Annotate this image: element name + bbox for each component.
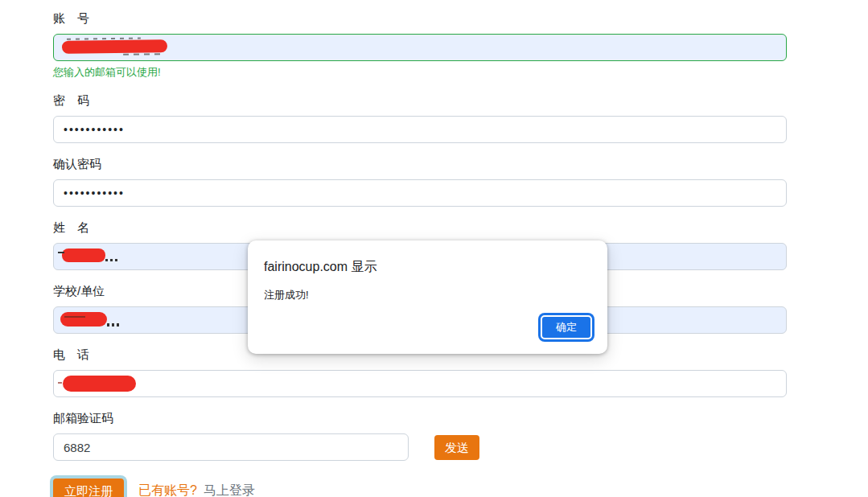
alert-dialog-title: fairinocup.com 显示 [264, 259, 591, 276]
login-link[interactable]: 马上登录 [204, 483, 255, 497]
register-button[interactable]: 立即注册 [53, 479, 124, 497]
alert-ok-button[interactable]: 确定 [541, 315, 592, 339]
password-field-group: 密 码 [53, 93, 787, 143]
account-field-group: 账 号 您输入的邮箱可以使用! [53, 11, 787, 80]
account-helper-text: 您输入的邮箱可以使用! [53, 65, 787, 80]
phone-field-group: 电 话 [53, 347, 787, 397]
redaction-mark [62, 249, 105, 262]
confirm-password-input[interactable] [53, 179, 787, 207]
account-label: 账 号 [53, 11, 787, 27]
confirm-password-input-wrap [53, 179, 787, 207]
phone-input-wrap [53, 370, 787, 397]
confirm-password-label: 确认密码 [53, 157, 787, 172]
confirm-password-field-group: 确认密码 [53, 157, 787, 207]
account-input-wrap [53, 34, 787, 61]
send-code-button[interactable]: 发送 [434, 435, 479, 460]
phone-input[interactable] [53, 370, 787, 397]
login-prompt-text: 已有账号? [138, 483, 197, 497]
email-code-field-group: 邮箱验证码 发送 [53, 411, 787, 461]
email-code-label: 邮箱验证码 [53, 411, 787, 426]
name-label: 姓 名 [53, 220, 787, 236]
password-label: 密 码 [53, 93, 787, 109]
redaction-mark [63, 376, 136, 392]
browser-alert-dialog: fairinocup.com 显示 注册成功! 确定 [248, 240, 607, 354]
email-code-row: 发送 [53, 433, 787, 461]
redaction-mark [60, 312, 107, 327]
redaction-mark [62, 39, 167, 54]
alert-dialog-message: 注册成功! [264, 288, 591, 302]
email-code-input[interactable] [53, 433, 409, 461]
form-actions: 立即注册 已有账号? 马上登录 [53, 479, 787, 497]
password-input-wrap [53, 116, 787, 143]
password-input[interactable] [53, 116, 787, 143]
